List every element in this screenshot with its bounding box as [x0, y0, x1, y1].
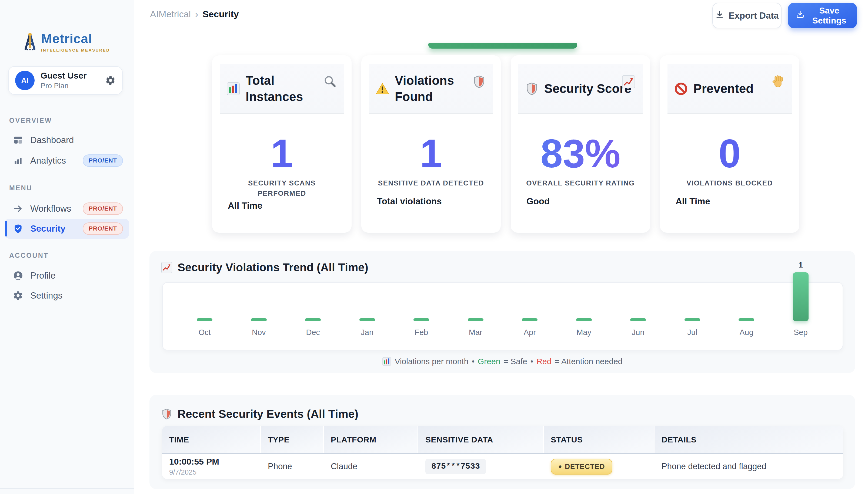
- trend-icon: [161, 262, 173, 273]
- x-axis-label: Jul: [665, 328, 720, 337]
- trend-icon: [621, 75, 636, 89]
- sidebar-item-profile[interactable]: Profile: [5, 266, 129, 286]
- sidebar-item-settings[interactable]: Settings: [5, 286, 129, 306]
- column-header-time: TIME: [162, 426, 261, 453]
- bar: [576, 318, 592, 321]
- table-cell: Claude: [324, 462, 418, 471]
- sidebar-item-label: Dashboard: [30, 135, 123, 145]
- dashboard-icon: [13, 135, 23, 145]
- hand-icon: [771, 75, 785, 89]
- table-body: 10:00:55 PM9/7/2025PhoneClaude875***7533…: [162, 454, 843, 479]
- sidebar-item-workflows[interactable]: Workflows PRO/ENT: [5, 199, 129, 218]
- stat-card-caption: SECURITY SCANS PERFORMED: [212, 178, 351, 198]
- sidebar-item-security[interactable]: Security PRO/ENT: [5, 218, 129, 239]
- stat-card-value: 0: [660, 134, 799, 174]
- breadcrumb-root[interactable]: AIMetrical: [150, 9, 191, 19]
- table-cell: 10:00:55 PM9/7/2025: [162, 457, 261, 476]
- stat-card-value: 1: [361, 134, 501, 174]
- chart-bar-jul: [665, 283, 720, 321]
- bar: [793, 272, 809, 321]
- brand-logo: Metrical INTELLIGENCE MEASURED: [24, 32, 110, 53]
- column-header-details: DETAILS: [654, 426, 843, 453]
- breadcrumb: AIMetrical › Security: [150, 9, 239, 19]
- magnifier-icon: [323, 75, 337, 89]
- bar: [359, 318, 375, 321]
- legend-red-word: Red: [537, 357, 551, 366]
- bar: [630, 318, 646, 321]
- sidebar-item-label: Workflows: [30, 204, 83, 214]
- x-axis-label: Aug: [719, 328, 774, 337]
- chevron-right-icon: ›: [195, 9, 198, 19]
- legend-separator: •: [472, 357, 474, 366]
- event-date: 9/7/2025: [169, 468, 261, 476]
- event-type: Phone: [268, 462, 292, 471]
- pro-ent-badge: PRO/ENT: [83, 223, 123, 235]
- trend-section-title: Security Violations Trend (All Time): [161, 261, 368, 274]
- stat-card-sublabel: All Time: [228, 201, 263, 211]
- table-row: 10:00:55 PM9/7/2025PhoneClaude875***7533…: [162, 454, 843, 479]
- bar: [197, 318, 212, 321]
- event-platform: Claude: [331, 462, 357, 471]
- export-data-button[interactable]: Export Data: [712, 3, 781, 28]
- column-header-type: TYPE: [261, 426, 324, 453]
- stat-card-title: Total Instances: [246, 73, 327, 105]
- sidebar-item-label: Security: [30, 224, 83, 234]
- user-card[interactable]: AI Guest User Pro Plan: [8, 66, 123, 95]
- no-entry-icon: [674, 82, 688, 96]
- breadcrumb-current: Security: [202, 9, 239, 19]
- shield-icon: [525, 82, 539, 96]
- table-header-row: TIMETYPEPLATFORMSENSITIVE DATASTATUSDETA…: [162, 426, 843, 454]
- chart-bars: 1: [178, 283, 828, 321]
- table-cell: 875***7533: [418, 459, 544, 474]
- x-axis-label: Apr: [503, 328, 557, 337]
- top-bar: AIMetrical › Security Export Data Save S…: [134, 0, 868, 28]
- x-axis-label: Sep: [774, 328, 828, 337]
- chart-bar-jun: [611, 283, 665, 321]
- warning-icon: [375, 82, 390, 96]
- chart-bar-nov: [232, 283, 286, 321]
- bar: [251, 318, 267, 321]
- violations-trend-chart: 1 OctNovDecJanFebMarAprMayJunJulAugSep: [162, 282, 843, 350]
- stat-card-security-score: Security Score83%OVERALL SECURITY RATING…: [511, 55, 650, 233]
- sidebar-item-analytics[interactable]: Analytics PRO/ENT: [5, 151, 129, 171]
- sidebar-item-dashboard[interactable]: Dashboard: [5, 130, 129, 150]
- bar-chart-icon: [382, 357, 391, 366]
- chart-x-axis-labels: OctNovDecJanFebMarAprMayJunJulAugSep: [178, 328, 828, 337]
- stat-card-header: Violations Found: [369, 64, 493, 114]
- pro-ent-badge: PRO/ENT: [83, 154, 123, 167]
- column-header-sensitive-data: SENSITIVE DATA: [418, 426, 544, 453]
- x-axis-label: May: [557, 328, 611, 337]
- violations-trend-section: Security Violations Trend (All Time) 1 O…: [149, 251, 855, 373]
- bar: [739, 318, 754, 321]
- stat-card-caption: OVERALL SECURITY RATING: [511, 178, 650, 188]
- legend-separator: •: [530, 357, 534, 366]
- legend-prefix: Violations per month: [395, 357, 468, 366]
- brand-tagline: INTELLIGENCE MEASURED: [41, 48, 110, 52]
- gear-icon[interactable]: [105, 75, 116, 86]
- chart-bar-may: [557, 283, 611, 321]
- trend-title-text: Security Violations Trend (All Time): [178, 261, 368, 274]
- security-status-progress-bar: [428, 43, 577, 49]
- download-icon: [715, 10, 724, 21]
- shield-icon: [161, 408, 173, 420]
- stat-card-sublabel: Total violations: [377, 196, 442, 207]
- user-plan: Pro Plan: [40, 82, 105, 90]
- antenna-tower-icon: [24, 32, 36, 53]
- legend-green-word: Green: [478, 357, 500, 366]
- stat-card-value: 83%: [511, 134, 650, 174]
- bar: [305, 318, 321, 321]
- chart-bar-jan: [340, 283, 395, 321]
- legend-red-text: = Attention needed: [555, 357, 622, 366]
- stat-card-violations-found: Violations Found1SENSITIVE DATA DETECTED…: [361, 55, 501, 233]
- x-axis-label: Oct: [178, 328, 232, 337]
- avatar: AI: [15, 71, 35, 90]
- table-cell: Phone: [261, 462, 324, 471]
- save-settings-button[interactable]: Save Settings: [788, 3, 857, 28]
- stat-card-header: Prevented: [668, 64, 792, 114]
- gear-icon: [13, 290, 23, 301]
- x-axis-label: Mar: [449, 328, 503, 337]
- x-axis-label: Dec: [286, 328, 340, 337]
- x-axis-label: Jun: [611, 328, 665, 337]
- arrow-right-icon: [13, 204, 23, 214]
- legend-green-text: = Safe: [504, 357, 527, 366]
